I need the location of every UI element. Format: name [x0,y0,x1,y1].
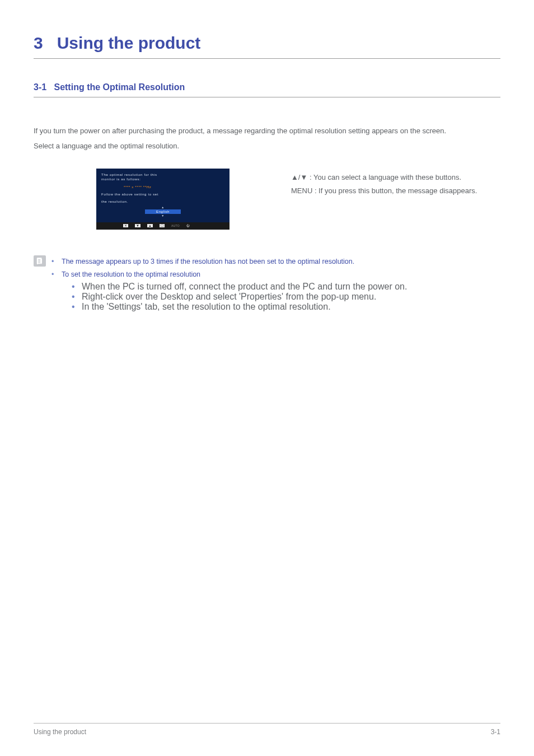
note-subitem-3: In the 'Settings' tab, set the resolutio… [72,302,407,312]
osd-language-picker: ▲ English ▼ [101,206,224,217]
footer-right: 3-1 [491,728,500,736]
chapter-rule [34,58,500,59]
note-subitem-1: When the PC is turned off, connect the p… [72,282,407,292]
chapter-title: 3 Using the product [34,34,500,53]
osd-line1b: monitor is as follows: [101,177,224,181]
bezel-up-icon: ▲ [147,224,153,227]
note-subitem-2: Right-click over the Desktop and select … [72,292,407,302]
osd-bezel: ✕ ▼ ▲ ☐ AUTO ⏻ [96,222,229,230]
note-block: The message appears up to 3 times if the… [34,255,500,312]
caption-line2: MENU : If you press this button, the mes… [291,184,477,198]
osd-line2b: the resolution. [101,199,224,204]
bezel-down-icon: ▼ [135,224,140,227]
osd-line2a: Follow the above setting to set [101,192,224,197]
bezel-close-icon: ✕ [123,224,128,227]
osd-figure: The optimal resolution for this monitor … [96,169,229,230]
note-item-1: The message appears up to 3 times if the… [51,255,407,269]
intro-p1: If you turn the power on after purchasin… [34,123,500,138]
osd-resolution: **** x **** **Hz [124,185,224,189]
intro-p2: Select a language and the optimal resolu… [34,138,500,153]
triangle-up-icon: ▲ [101,206,224,209]
note-sublist: When the PC is turned off, connect the p… [51,282,407,312]
osd-screen: The optimal resolution for this monitor … [96,169,229,222]
bezel-auto-label: AUTO [171,225,180,227]
section-name: Setting the Optimal Resolution [54,82,185,92]
note-item-2: To set the resolution to the optimal res… [51,268,407,282]
bezel-menu-icon: ☐ [160,224,165,227]
section-title: 3-1 Setting the Optimal Resolution [34,82,500,92]
page-footer: Using the product 3-1 [34,723,500,736]
note-content: The message appears up to 3 times if the… [51,255,407,312]
page: 3 Using the product 3-1 Setting the Opti… [0,0,534,756]
section-rule [34,97,500,97]
footer-rule [34,723,500,724]
figure-caption: ▲/▼ : You can select a language with the… [291,169,477,198]
bezel-power-icon: ⏻ [186,224,190,227]
section-number: 3-1 [34,82,46,92]
footer-left: Using the product [34,728,86,736]
note-icon [34,255,46,267]
chapter-name: Using the product [57,34,201,52]
figure-row: The optimal resolution for this monitor … [34,169,500,230]
intro-text: If you turn the power on after purchasin… [34,123,500,154]
note-list: The message appears up to 3 times if the… [51,255,407,282]
footer-row: Using the product 3-1 [34,728,500,736]
osd-line1a: The optimal resolution for this [101,172,224,177]
chapter-number: 3 [34,34,43,52]
osd-language-value: English [145,209,181,214]
triangle-down-icon: ▼ [101,214,224,217]
caption-line1: ▲/▼ : You can select a language with the… [291,171,477,185]
